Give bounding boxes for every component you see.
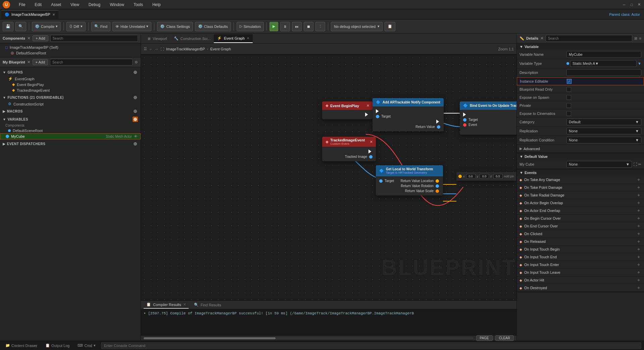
nav-expand-icon[interactable]: ⛶ <box>160 47 164 51</box>
event-add-7[interactable]: ＋ <box>636 223 641 229</box>
edit-icon[interactable]: ✏ <box>638 162 641 167</box>
output-log-button[interactable]: 📋 Output Log <box>43 343 72 348</box>
tab-event-graph[interactable]: ⚡ Event Graph ✕ <box>214 34 253 43</box>
tracked-close-icon[interactable]: ✕ <box>370 140 373 144</box>
event-add-3[interactable]: ＋ <box>636 192 641 198</box>
instance-editable-checkbox[interactable] <box>567 79 572 84</box>
stop-button[interactable]: ⏹ <box>304 22 313 31</box>
functions-add-icon[interactable]: ⊕ <box>133 95 138 100</box>
dispatchers-add-icon[interactable]: ⊕ <box>133 141 138 146</box>
event-add-1[interactable]: ＋ <box>636 177 641 182</box>
event-begin-play-item[interactable]: ◆ Event BeginPlay <box>0 82 141 87</box>
variable-type-select[interactable]: Static Mesh A▼ <box>570 60 637 67</box>
get-transform-node[interactable]: 🔷 Get Local to World Transform Target is… <box>376 165 443 195</box>
step-button[interactable]: ⏭ <box>292 22 302 31</box>
add-artrackable-node[interactable]: 🔷 Add ARTrackable Notify Component Targe… <box>373 98 444 131</box>
menu-file[interactable]: File <box>17 2 27 8</box>
construction-script-item[interactable]: ⚙ ConstructionScript <box>0 101 141 107</box>
nav-back-icon[interactable]: ☰ <box>144 47 147 51</box>
add-pin-label[interactable]: Add pin <box>504 175 514 178</box>
my-blueprint-add-button[interactable]: + Add <box>33 59 48 65</box>
graph-canvas[interactable]: ◆ Event BeginPlay ✕ 🔷 Add ARTrackable No… <box>141 54 516 300</box>
nav-right-icon[interactable]: → <box>155 47 158 51</box>
event-add-6[interactable]: ＋ <box>636 216 641 221</box>
tab-compiler-results[interactable]: 📋 Compiler Results ✕ <box>144 301 189 309</box>
macros-add-icon[interactable]: ⊕ <box>133 108 138 114</box>
graphs-add-icon[interactable]: ⊕ <box>133 70 138 75</box>
event-add-2[interactable]: ＋ <box>636 185 641 190</box>
expose-on-spawn-checkbox[interactable] <box>566 95 571 100</box>
description-input[interactable] <box>566 69 641 76</box>
cmd-button[interactable]: ⌨ Cmd ▾ <box>75 343 98 348</box>
components-root-item[interactable]: □ ImageTrackManagerBP (Self) <box>0 45 141 50</box>
menu-window[interactable]: Window <box>108 2 126 8</box>
event-graph-close-icon[interactable]: ✕ <box>247 36 249 40</box>
event-add-12[interactable]: ＋ <box>636 262 641 267</box>
my-cube-var[interactable]: MyCube Static Mesh Actor 👁 <box>0 133 141 139</box>
compiler-results-close[interactable]: ✕ <box>183 303 186 306</box>
private-checkbox[interactable] <box>566 103 571 108</box>
save-button[interactable]: 💾 <box>3 22 13 31</box>
menu-view[interactable]: View <box>68 2 81 8</box>
event-add-15[interactable]: ＋ <box>636 285 641 291</box>
scrollbar-track[interactable] <box>144 337 474 339</box>
clear-button[interactable]: CLEAR <box>495 335 514 341</box>
browse-button[interactable]: 🔍 <box>15 22 26 31</box>
event-add-13[interactable]: ＋ <box>636 270 641 275</box>
menu-edit[interactable]: Edit <box>33 2 44 8</box>
debug-extra-button[interactable]: 📋 <box>385 22 395 31</box>
my-blueprint-settings-icon[interactable]: ⚙ <box>135 60 138 64</box>
expand-icon[interactable]: ⛶ <box>633 162 637 166</box>
default-value-header[interactable]: ▼ Default Value <box>517 153 644 160</box>
menu-tools[interactable]: Tools <box>132 2 145 8</box>
menu-asset[interactable]: Asset <box>49 2 63 8</box>
event-add-4[interactable]: ＋ <box>636 200 641 206</box>
event-begin-play-node[interactable]: ◆ Event BeginPlay ✕ <box>322 101 373 119</box>
maximize-button[interactable]: □ <box>629 2 634 7</box>
default-scene-root-var[interactable]: DefaultSceneRoot <box>0 128 141 133</box>
type-arr-icon[interactable]: ▼ <box>638 61 641 65</box>
replication-condition-select[interactable]: None ▼ <box>566 137 641 143</box>
event-add-5[interactable]: ＋ <box>636 208 641 213</box>
page-button[interactable]: PAGE <box>476 335 493 341</box>
macros-section-header[interactable]: ▶ MACROS ⊕ <box>0 107 141 115</box>
event-add-9[interactable]: ＋ <box>636 239 641 244</box>
details-search-input[interactable] <box>546 35 632 42</box>
my-cube-visibility-icon[interactable]: 👁 <box>134 134 138 138</box>
components-search-input[interactable] <box>50 35 138 42</box>
z-value[interactable]: 0.5 <box>493 174 503 179</box>
menu-debug[interactable]: Debug <box>87 2 102 8</box>
xyz-node[interactable]: x 0.0 y 0.0 z 0.5 Add pin <box>456 172 516 181</box>
variables-add-icon[interactable]: ⊕ <box>133 117 138 122</box>
class-defaults-button[interactable]: ⚙️ Class Defaults <box>195 22 231 31</box>
my-blueprint-search-input[interactable] <box>50 59 133 65</box>
event-add-10[interactable]: ＋ <box>636 247 641 252</box>
nav-left-icon[interactable]: ← <box>149 47 153 51</box>
content-drawer-button[interactable]: 📁 Content Drawer <box>3 343 40 348</box>
tab-construction[interactable]: 🔧 Construction Scr... <box>170 34 214 43</box>
debug-object-select[interactable]: No debug object selected ▾ <box>331 22 383 31</box>
components-close-icon[interactable]: ✕ <box>27 36 31 41</box>
close-button[interactable]: ✕ <box>637 2 641 7</box>
events-section-header[interactable]: ▼ Events <box>517 169 644 176</box>
my-blueprint-close-icon[interactable]: ✕ <box>27 60 31 64</box>
tab-viewport[interactable]: 🖥 Viewport <box>144 34 170 43</box>
event-add-11[interactable]: ＋ <box>636 254 641 260</box>
default-cube-select[interactable]: None ▼ <box>566 161 632 168</box>
find-button[interactable]: 🔍 Find <box>91 22 110 31</box>
bind-event-node[interactable]: 🔷 Bind Event to On Update Tracked Target… <box>460 101 516 135</box>
components-add-button[interactable]: + Add <box>33 35 48 41</box>
event-dispatchers-header[interactable]: ▶ EVENT DISPATCHERS ⊕ <box>0 140 141 147</box>
tab-image-track-manager[interactable]: 🔵 ImageTrackManagerBP ✕ <box>1 10 58 19</box>
minimize-button[interactable]: ─ <box>622 2 627 7</box>
functions-section-header[interactable]: ▼ FUNCTIONS (21 OVERRIDABLE) ⊕ <box>0 94 141 101</box>
tab-close-icon[interactable]: ✕ <box>52 13 55 16</box>
variables-section-header[interactable]: ▼ VARIABLES ⊕ <box>0 116 141 123</box>
class-settings-button[interactable]: ⚙️ Class Settings <box>157 22 193 31</box>
variable-section-header[interactable]: ▼ Variable <box>517 43 644 50</box>
menu-help[interactable]: Help <box>150 2 163 8</box>
event-add-14[interactable]: ＋ <box>636 277 641 283</box>
expose-cinematics-checkbox[interactable] <box>566 111 571 116</box>
tracked-image-event-node[interactable]: ◆ TrackedImageEvent Custom Event ✕ Track… <box>322 137 376 161</box>
tab-find-results[interactable]: 🔍 Find Results <box>191 301 224 309</box>
